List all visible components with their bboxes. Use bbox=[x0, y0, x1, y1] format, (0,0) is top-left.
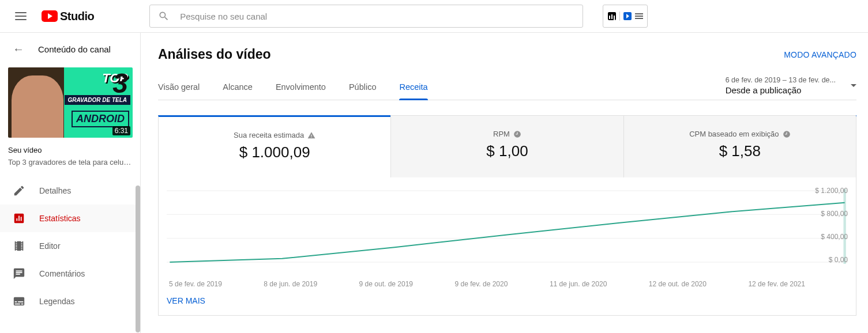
card-label: CPM baseado em exibição bbox=[689, 130, 790, 138]
see-more-link[interactable]: VER MAIS bbox=[167, 296, 205, 305]
date-period-text: Desde a publicação bbox=[726, 85, 836, 95]
main-header: Análises do vídeo MODO AVANÇADO bbox=[158, 47, 856, 62]
svg-rect-4 bbox=[843, 189, 846, 264]
thumbnail-duration: 6:31 bbox=[112, 126, 130, 135]
play-mini-icon bbox=[623, 12, 632, 20]
tab-audience[interactable]: Público bbox=[349, 82, 377, 100]
x-tick: 12 de fev. de 2021 bbox=[748, 280, 805, 288]
card-value: $ 1.000,09 bbox=[164, 143, 385, 161]
sidebar-item-subtitles[interactable]: Legendas bbox=[0, 287, 140, 315]
x-tick: 9 de out. de 2019 bbox=[359, 280, 413, 288]
app-header: Studio bbox=[0, 0, 868, 33]
pencil-icon bbox=[13, 184, 25, 197]
sidebar-item-comments[interactable]: Comentários bbox=[0, 260, 140, 287]
clock-icon bbox=[783, 130, 791, 138]
youtube-play-icon bbox=[42, 10, 58, 22]
sidebar-item-analytics[interactable]: Estatísticas bbox=[0, 205, 140, 232]
video-thumbnail-wrap: TOP 3 GRAVADOR DE TELA ANDROID 6:31 bbox=[0, 65, 140, 138]
chart-svg bbox=[167, 189, 848, 264]
tab-reach[interactable]: Alcance bbox=[223, 82, 253, 100]
back-to-channel-button[interactable]: ← Conteúdo do canal bbox=[0, 33, 140, 65]
date-texts: 6 de fev. de 2019 – 13 de fev. de... Des… bbox=[726, 76, 836, 95]
x-axis-labels: 5 de fev. de 2019 8 de jun. de 2019 9 de… bbox=[167, 280, 807, 288]
arrow-left-icon: ← bbox=[13, 43, 24, 56]
thumbnail-banner-text: GRAVADOR DE TELA bbox=[65, 95, 130, 105]
body: ← Conteúdo do canal TOP 3 GRAVADOR DE TE… bbox=[0, 33, 868, 333]
tabs: Visão geral Alcance Envolvimento Público… bbox=[158, 82, 428, 100]
tab-overview[interactable]: Visão geral bbox=[158, 82, 200, 100]
thumbnail-person bbox=[12, 75, 63, 138]
hamburger-icon bbox=[15, 12, 27, 20]
card-estimated-revenue[interactable]: Sua receita estimada $ 1.000,09 bbox=[159, 117, 390, 177]
analytics-mini-icon bbox=[608, 12, 616, 20]
nav-label: Detalhes bbox=[39, 186, 71, 195]
sidebar-scrollbar[interactable] bbox=[136, 186, 140, 332]
x-tick: 11 de jun. de 2020 bbox=[550, 280, 607, 288]
search-box[interactable] bbox=[149, 5, 583, 28]
nav-label: Editor bbox=[39, 241, 61, 251]
logo-text: Studio bbox=[60, 10, 94, 23]
nav-label: Estatísticas bbox=[39, 214, 81, 223]
y-tick: $ 800,00 bbox=[821, 210, 848, 218]
card-value: $ 1,00 bbox=[397, 142, 617, 160]
tab-revenue[interactable]: Receita bbox=[399, 82, 427, 100]
date-range-text: 6 de fev. de 2019 – 13 de fev. de... bbox=[726, 76, 836, 84]
card-cpm[interactable]: CPM baseado em exibição $ 1,58 bbox=[623, 115, 856, 177]
x-tick: 9 de fev. de 2020 bbox=[455, 280, 508, 288]
clock-icon bbox=[513, 130, 521, 138]
video-thumbnail[interactable]: TOP 3 GRAVADOR DE TELA ANDROID 6:31 bbox=[8, 67, 133, 138]
chart-area: $ 1.200,00 $ 800,00 $ 400,00 $ 0,00 5 de… bbox=[158, 177, 856, 316]
thumbnail-android-text: ANDROID bbox=[72, 111, 129, 127]
quick-tools-button[interactable] bbox=[603, 5, 648, 28]
metric-cards: Sua receita estimada $ 1.000,09 RPM $ 1,… bbox=[158, 115, 856, 177]
main-content: Análises do vídeo MODO AVANÇADO Visão ge… bbox=[141, 33, 868, 333]
x-tick: 8 de jun. de 2019 bbox=[264, 280, 317, 288]
list-mini-icon bbox=[635, 13, 643, 19]
subtitles-icon bbox=[13, 295, 25, 308]
your-video-label: Seu vídeo bbox=[8, 146, 132, 154]
video-meta: Seu vídeo Top 3 gravadores de tela para … bbox=[0, 138, 140, 177]
advanced-mode-link[interactable]: MODO AVANÇADO bbox=[784, 50, 856, 59]
tab-engagement[interactable]: Envolvimento bbox=[276, 82, 326, 100]
film-icon bbox=[13, 240, 25, 252]
search-input[interactable] bbox=[180, 12, 574, 21]
y-tick: $ 0,00 bbox=[829, 256, 848, 264]
comments-icon bbox=[13, 267, 25, 280]
chevron-down-icon bbox=[851, 84, 856, 87]
analytics-icon bbox=[13, 212, 25, 225]
studio-logo[interactable]: Studio bbox=[42, 10, 94, 23]
y-tick: $ 400,00 bbox=[821, 233, 848, 241]
thumbnail-three-text: 3 bbox=[112, 67, 128, 99]
x-tick: 5 de fev. de 2019 bbox=[169, 280, 222, 288]
y-tick: $ 1.200,00 bbox=[815, 187, 848, 195]
date-range-picker[interactable]: 6 de fev. de 2019 – 13 de fev. de... Des… bbox=[726, 76, 856, 100]
search-icon bbox=[158, 10, 170, 22]
card-label: RPM bbox=[493, 130, 521, 138]
hamburger-menu-button[interactable] bbox=[9, 5, 32, 28]
warning-icon bbox=[307, 131, 315, 139]
card-rpm[interactable]: RPM $ 1,00 bbox=[390, 115, 623, 177]
nav-label: Legendas bbox=[39, 297, 75, 306]
revenue-chart[interactable]: $ 1.200,00 $ 800,00 $ 400,00 $ 0,00 bbox=[167, 189, 848, 275]
x-tick: 12 de out. de 2020 bbox=[649, 280, 707, 288]
sidebar: ← Conteúdo do canal TOP 3 GRAVADOR DE TE… bbox=[0, 33, 141, 333]
card-label: Sua receita estimada bbox=[234, 131, 315, 139]
sidebar-item-editor[interactable]: Editor bbox=[0, 232, 140, 260]
video-title: Top 3 gravadores de tela para celula... bbox=[8, 158, 132, 166]
separator bbox=[619, 12, 620, 21]
back-label: Conteúdo do canal bbox=[38, 44, 111, 54]
sidebar-item-details[interactable]: Detalhes bbox=[0, 177, 140, 205]
card-label-text: CPM baseado em exibição bbox=[689, 130, 779, 138]
nav-label: Comentários bbox=[39, 269, 85, 278]
tabs-row: Visão geral Alcance Envolvimento Público… bbox=[158, 76, 856, 100]
page-title: Análises do vídeo bbox=[158, 47, 271, 62]
card-label-text: Sua receita estimada bbox=[234, 131, 304, 139]
card-label-text: RPM bbox=[493, 130, 510, 138]
card-value: $ 1,58 bbox=[630, 142, 850, 160]
